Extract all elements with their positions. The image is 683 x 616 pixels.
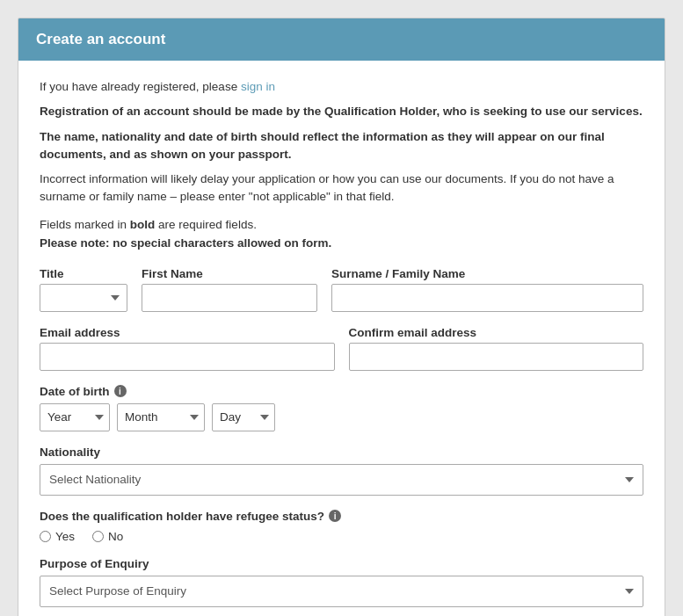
refugee-no-radio[interactable] — [92, 531, 104, 542]
email-row: Email address Confirm email address — [40, 326, 643, 371]
email-input[interactable] — [40, 343, 335, 371]
purpose-label: Purpose of Enquiry — [40, 557, 643, 570]
info-line2: The name, nationality and date of birth … — [40, 128, 643, 164]
card-header: Create an account — [18, 18, 665, 61]
refugee-no-label[interactable]: No — [92, 530, 123, 543]
email-label: Email address — [40, 326, 335, 339]
confirm-email-label: Confirm email address — [349, 326, 644, 339]
dob-info-icon: i — [114, 385, 127, 397]
signin-prompt: If you have already registered, please s… — [40, 78, 643, 96]
dob-section: Date of birth i Year Month January Febru… — [40, 385, 643, 431]
title-group: Title Mr Mrs Miss Ms Dr Prof — [40, 267, 127, 312]
firstname-group: First Name — [142, 267, 317, 312]
dob-day-select[interactable]: Day — [212, 403, 275, 431]
refugee-label: Does the qualification holder have refug… — [40, 510, 643, 523]
surname-label: Surname / Family Name — [331, 267, 643, 280]
purpose-section: Purpose of Enquiry Select Purpose of Enq… — [40, 557, 643, 607]
surname-group: Surname / Family Name — [331, 267, 643, 312]
firstname-input[interactable] — [142, 284, 317, 312]
info-line3: Incorrect information will likely delay … — [40, 170, 643, 207]
dob-selects: Year Month January February March April … — [40, 403, 643, 431]
refugee-yes-label[interactable]: Yes — [40, 530, 75, 543]
create-account-card: Create an account If you have already re… — [18, 18, 665, 616]
purpose-select[interactable]: Select Purpose of Enquiry — [40, 576, 643, 607]
info-line1: Registration of an account should be mad… — [40, 103, 643, 120]
dob-month-select[interactable]: Month January February March April May J… — [117, 403, 205, 431]
dob-year-select[interactable]: Year — [40, 403, 110, 431]
confirm-email-group: Confirm email address — [349, 326, 644, 371]
name-row: Title Mr Mrs Miss Ms Dr Prof First Name … — [40, 267, 643, 312]
nationality-select[interactable]: Select Nationality — [40, 464, 643, 496]
card-body: If you have already registered, please s… — [18, 61, 665, 616]
signin-link[interactable]: sign in — [241, 80, 275, 93]
refugee-yes-radio[interactable] — [40, 531, 51, 542]
firstname-label: First Name — [142, 267, 317, 280]
title-label: Title — [40, 267, 127, 280]
nationality-label: Nationality — [40, 446, 643, 459]
surname-input[interactable] — [331, 284, 643, 312]
fields-note: Fields marked in bold are required field… — [40, 215, 643, 253]
refugee-section: Does the qualification holder have refug… — [40, 510, 643, 543]
nationality-section: Nationality Select Nationality — [40, 446, 643, 496]
email-group: Email address — [40, 326, 335, 371]
page-title: Create an account — [36, 31, 647, 48]
title-select[interactable]: Mr Mrs Miss Ms Dr Prof — [40, 284, 127, 312]
confirm-email-input[interactable] — [349, 343, 644, 371]
refugee-info-icon: i — [329, 510, 341, 522]
dob-label: Date of birth i — [40, 385, 643, 398]
refugee-radio-group: Yes No — [40, 530, 643, 543]
